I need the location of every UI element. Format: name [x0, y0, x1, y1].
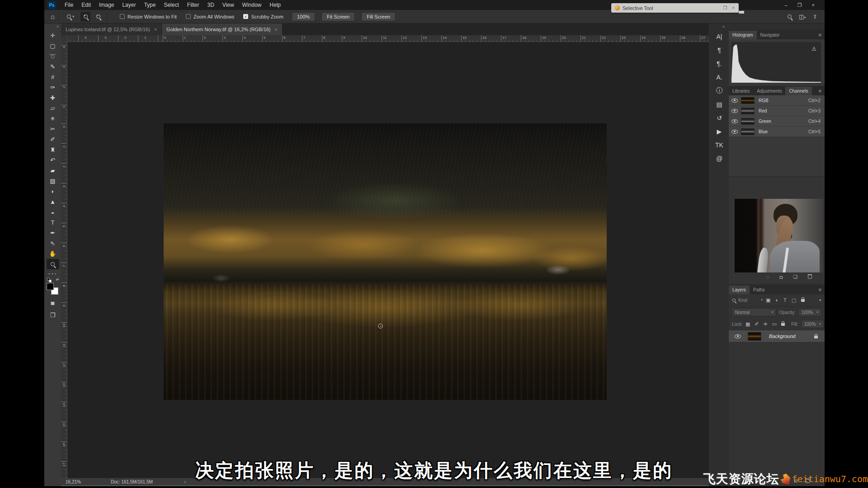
content-aware-tool[interactable]: ✳: [47, 113, 59, 124]
menu-image[interactable]: Image: [95, 0, 118, 10]
zoom-out-button[interactable]: −: [93, 12, 103, 22]
filter-smart-objects-button[interactable]: [801, 297, 805, 303]
filter-adjustment-layers-button[interactable]: ◐: [775, 297, 778, 303]
close-button[interactable]: ×: [732, 5, 735, 10]
workspace-switcher-icon[interactable]: ◫▾: [799, 14, 806, 20]
document-tab[interactable]: Golden Northern Norway.tif @ 16,2% (RGB/…: [162, 23, 283, 35]
menu-edit[interactable]: Edit: [77, 0, 95, 10]
visibility-eye-icon[interactable]: [731, 130, 738, 134]
tab-paths[interactable]: Paths: [750, 286, 769, 294]
tab-histogram[interactable]: Histogram: [729, 31, 757, 39]
healing-brush-tool[interactable]: ▱: [47, 103, 59, 113]
tab-close-icon[interactable]: ×: [154, 27, 157, 32]
layer-thumbnail[interactable]: [748, 332, 761, 341]
menu-select[interactable]: Select: [160, 0, 183, 10]
spot-healing-tool[interactable]: ✚: [47, 93, 59, 103]
screen-mode-button[interactable]: ❐: [50, 312, 56, 319]
gradient-tool[interactable]: ▨: [47, 176, 59, 186]
close-button[interactable]: ×: [812, 0, 815, 10]
actions-panel-button[interactable]: ▶: [712, 125, 727, 138]
tab-layers[interactable]: Layers: [729, 286, 750, 294]
mask-button[interactable]: ◘: [780, 274, 783, 280]
menu-layer[interactable]: Layer: [118, 0, 140, 10]
restore-button[interactable]: ❐: [723, 5, 727, 10]
channel-row-blue[interactable]: BlueCtrl+5: [729, 127, 825, 137]
filter-type-layers-button[interactable]: T: [783, 297, 787, 303]
paragraph-styles-panel-button[interactable]: A.: [712, 70, 727, 84]
share-icon[interactable]: ⇧: [813, 14, 817, 20]
checkbox-icon[interactable]: [120, 14, 125, 19]
path-selection-tool[interactable]: ⇖: [47, 238, 59, 249]
menu-filter[interactable]: Filter: [183, 0, 203, 10]
hand-tool[interactable]: ✋: [47, 249, 59, 259]
checkbox-scrubby-zoom[interactable]: ✓Scrubby Zoom: [243, 14, 283, 19]
paragraph-panel-button[interactable]: ¶: [712, 43, 727, 57]
character-panel-button[interactable]: A|: [712, 30, 727, 43]
history-panel-button[interactable]: ↺: [712, 111, 727, 125]
fill-screen-button[interactable]: Fill Screen: [361, 12, 396, 21]
checkbox-zoom-all-windows[interactable]: Zoom All Windows: [186, 14, 234, 19]
tab-channels[interactable]: Channels: [785, 87, 811, 95]
sharpen-tool[interactable]: ▲: [47, 197, 59, 207]
visibility-eye-icon[interactable]: [735, 334, 741, 338]
menu-type[interactable]: Type: [140, 0, 160, 10]
filter-shape-layers-button[interactable]: ▢: [792, 297, 796, 303]
checkbox-icon[interactable]: ✓: [243, 14, 248, 19]
zoom-100-button[interactable]: 100%: [292, 12, 315, 21]
visibility-eye-icon[interactable]: [731, 119, 738, 123]
checkbox-icon[interactable]: [186, 14, 191, 19]
canvas-image[interactable]: [164, 123, 607, 400]
menu-view[interactable]: View: [218, 0, 238, 10]
clip-adjustment-button[interactable]: ◌: [766, 274, 769, 280]
menu-file[interactable]: File: [61, 0, 77, 10]
new-item-button[interactable]: ❏: [793, 274, 797, 280]
eraser-tool[interactable]: ▰: [47, 165, 59, 176]
lock-artboard-button[interactable]: ▭: [772, 321, 777, 327]
zoom-in-button[interactable]: +: [80, 12, 90, 22]
tab-close-icon[interactable]: ×: [275, 27, 278, 32]
search-icon[interactable]: [788, 14, 792, 19]
marquee-tool[interactable]: ▢: [47, 41, 59, 51]
edit-toolbar-button[interactable]: • • •: [49, 272, 57, 276]
lasso-tool[interactable]: ➰: [47, 51, 59, 61]
tab-navigator[interactable]: Navigator: [757, 31, 783, 39]
move-tool[interactable]: ✛: [47, 30, 59, 41]
panel-menu-icon[interactable]: ≡: [819, 287, 821, 292]
layer-row-background[interactable]: Background: [729, 330, 825, 343]
panel-menu-icon[interactable]: ≡: [819, 88, 821, 94]
canvas-area[interactable]: [67, 42, 709, 478]
lock-all-button[interactable]: [781, 321, 785, 327]
tk-panel-button[interactable]: TK: [712, 138, 727, 152]
blend-mode-dropdown[interactable]: Normal ▾: [732, 308, 776, 316]
tab-adjustments[interactable]: Adjustments: [753, 87, 785, 95]
visibility-eye-icon[interactable]: [731, 99, 738, 103]
visibility-eye-icon[interactable]: [731, 109, 738, 113]
menu-help[interactable]: Help: [265, 0, 285, 10]
panel-menu-icon[interactable]: ≡: [819, 32, 821, 38]
pen-tool[interactable]: ✒: [47, 228, 59, 238]
slice-tool[interactable]: ✂: [47, 124, 59, 134]
swap-colors-icon[interactable]: ⇄: [56, 277, 59, 282]
delete-button[interactable]: [808, 274, 812, 280]
properties-panel-button[interactable]: @: [712, 152, 727, 165]
tool-presets-panel-button[interactable]: ▤: [712, 98, 727, 111]
minimize-button[interactable]: –: [785, 0, 788, 10]
eyedropper-tool[interactable]: ✑: [47, 82, 59, 93]
home-icon[interactable]: ⌂: [51, 13, 55, 20]
zoom-tool[interactable]: [47, 259, 59, 269]
collapse-chevron-icon[interactable]: »: [57, 24, 59, 29]
channel-row-green[interactable]: GreenCtrl+4: [729, 116, 825, 127]
document-tab[interactable]: Lupines Iceland.tif @ 12,5% (RGB/16)×: [61, 23, 162, 35]
checkbox-resize-windows-to-fit[interactable]: Resize Windows to Fit: [120, 14, 177, 19]
channel-row-red[interactable]: RedCtrl+3: [729, 106, 825, 116]
blur-tool[interactable]: ◗: [47, 186, 59, 197]
filter-kind-dropdown[interactable]: Kind ▾: [732, 298, 763, 303]
dodge-tool[interactable]: ◒: [47, 207, 59, 217]
filter-toggle-icon[interactable]: ●: [819, 298, 821, 302]
dock-collapse-chevron-icon[interactable]: »: [722, 24, 725, 29]
lock-transparency-button[interactable]: ▦: [745, 321, 750, 327]
history-brush-tool[interactable]: ↶: [47, 155, 59, 165]
fill-dropdown[interactable]: 100% ▾: [801, 320, 824, 328]
lock-position-button[interactable]: ✛: [764, 321, 768, 327]
filter-pixel-layers-button[interactable]: ▣: [766, 297, 770, 303]
